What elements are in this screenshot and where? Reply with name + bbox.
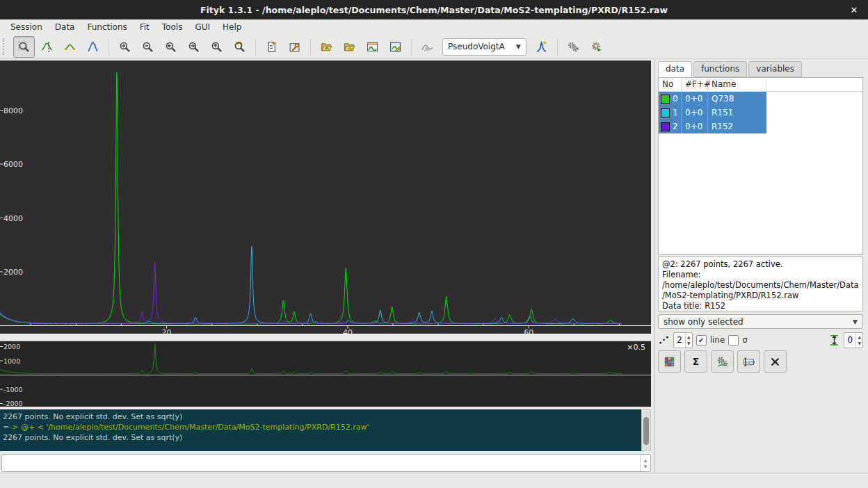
shift-spinner[interactable]: 0 ▲▼ <box>844 332 863 348</box>
toolbar-button-zoom-prev[interactable] <box>160 36 182 58</box>
run-script-glyph <box>590 41 602 53</box>
transform-button[interactable] <box>711 350 734 373</box>
tick-label: 4000 <box>3 214 23 223</box>
menu-fit[interactable]: Fit <box>134 20 156 34</box>
toolbar-button-zoom-in[interactable] <box>114 36 136 58</box>
delete-glyph <box>769 356 781 368</box>
image-export-glyph <box>389 41 401 53</box>
dataset-color-swatch[interactable] <box>661 122 670 131</box>
toolbar-group <box>111 36 254 58</box>
toolbar-separator <box>310 38 311 55</box>
toolbar-separator <box>255 38 256 55</box>
table-row[interactable]: 1 0+0 R151 <box>659 106 862 120</box>
rename-button[interactable]: nam <box>737 350 760 373</box>
output-console[interactable]: 2267 points. No explicit std. dev. Set a… <box>0 409 641 451</box>
menu-data[interactable]: Data <box>49 20 81 34</box>
menu-session[interactable]: Session <box>4 20 49 34</box>
toolbar-button-run-script[interactable] <box>586 36 607 58</box>
dataset-colors-button[interactable] <box>658 350 681 373</box>
tab-functions[interactable]: functions <box>693 61 747 77</box>
toolbar-button-zoom-next[interactable] <box>183 36 204 58</box>
point-size-icon-glyph <box>658 334 670 346</box>
toolbar-button-plot-export[interactable] <box>362 36 383 58</box>
tick-label: -1000 <box>3 386 23 393</box>
column-header-no[interactable]: No <box>659 78 682 91</box>
toolbar-button-zoom-out[interactable] <box>137 36 159 58</box>
toolbar-button-image-export[interactable] <box>385 36 406 58</box>
toolbar-grip[interactable] <box>3 38 8 55</box>
trace-aux-trace <box>0 344 622 374</box>
data-load-glyph <box>321 41 332 53</box>
fit-vertically-icon[interactable] <box>828 334 840 346</box>
console-scrollbar-thumb[interactable] <box>643 417 649 445</box>
point-size-spinner[interactable]: 2 ▲▼ <box>673 332 693 348</box>
tick-label: 40 <box>343 328 353 334</box>
plot-splitter[interactable] <box>0 334 651 341</box>
line-checkbox[interactable]: ✔ <box>696 335 707 345</box>
point-size-icon <box>658 334 670 346</box>
row-selection: 0 0+0 Q738 <box>659 92 766 106</box>
toolbar-separator <box>557 38 558 55</box>
close-button[interactable]: ✕ <box>844 0 864 19</box>
dataset-functions-count: 0+0 <box>682 106 708 120</box>
console-scrollbar[interactable] <box>641 409 651 451</box>
toolbar-separator <box>411 38 412 55</box>
zoom-mode-glyph <box>18 41 30 53</box>
tab-data[interactable]: data <box>658 61 692 77</box>
menu-help[interactable]: Help <box>216 20 248 34</box>
toolbar-button-execute-commands[interactable] <box>563 36 584 58</box>
column-header-functions[interactable]: #F+# <box>682 78 708 91</box>
toolbar-button-peak-draw-mode[interactable] <box>82 36 104 58</box>
command-input[interactable] <box>2 455 640 471</box>
dataset-name: R152 <box>708 120 766 133</box>
row-selection: 2 0+0 R152 <box>659 120 766 133</box>
toolbar-button-data-load[interactable] <box>316 36 337 58</box>
table-row[interactable]: 2 0+0 R152 <box>659 120 862 133</box>
chevron-down-icon: ▼ <box>853 318 858 325</box>
main-plot-area[interactable]: 2000400060008000204060 <box>0 60 651 334</box>
title-bar[interactable]: Fityk 1.3.1 - /home/aleplo/test/Document… <box>0 0 868 19</box>
toolbar-button-baseline-mode[interactable] <box>59 36 81 58</box>
svg-text:nam: nam <box>744 359 755 365</box>
toolbar-button-session-settings[interactable] <box>284 36 305 58</box>
toolbar-button-fit-run[interactable] <box>417 36 438 58</box>
main-plot-canvas[interactable]: 2000400060008000204060 <box>0 60 651 334</box>
toolbar-button-zoom-mode[interactable] <box>13 36 35 58</box>
delete-button[interactable] <box>764 350 787 373</box>
command-history-spinner[interactable]: ▲▼ <box>640 455 650 471</box>
column-header-name[interactable]: Name <box>708 78 766 91</box>
table-row[interactable]: 0 0+0 Q738 <box>659 92 862 106</box>
sum-button[interactable]: Σ <box>684 350 707 373</box>
dataset-color-swatch[interactable] <box>661 108 670 117</box>
sidebar-tabs: datafunctionsvariables <box>658 61 803 77</box>
zoom-in-glyph <box>119 41 131 53</box>
menu-tools[interactable]: Tools <box>156 20 189 34</box>
toolbar-fit-group: PseudoVoigtA ▼ <box>413 36 556 58</box>
zoom-undo-glyph <box>234 41 246 53</box>
show-filter-dropdown[interactable]: show only selected ▼ <box>658 314 863 329</box>
auxiliary-plot-canvas[interactable]: 20001000-1000-2000×0.5 <box>0 341 651 407</box>
execute-commands-glyph <box>568 41 579 53</box>
toolbar-button-range-mode[interactable] <box>36 36 58 58</box>
tick-label: 60 <box>524 328 533 334</box>
toolbar-button-zoom-vertical[interactable] <box>206 36 227 58</box>
auxiliary-plot-area[interactable]: 20001000-1000-2000×0.5 <box>0 341 651 407</box>
toolbar-button-script-editor[interactable] <box>261 36 282 58</box>
sum-glyph: Σ <box>690 356 702 368</box>
toolbar-button-add-peak[interactable] <box>531 36 552 58</box>
dataset-list-header: No #F+# Name <box>659 78 862 92</box>
range-mode-glyph <box>41 41 53 53</box>
dataset-list[interactable]: No #F+# Name 0 0+0 Q738 1 0+0 R151 2 0+0… <box>658 77 863 255</box>
peak-type-dropdown[interactable]: PseudoVoigtA ▼ <box>442 38 527 56</box>
chevron-down-icon: ▼ <box>516 43 521 50</box>
tick-label: 2000 <box>3 343 20 350</box>
toolbar-button-data-load-custom[interactable] <box>339 36 360 58</box>
tab-variables[interactable]: variables <box>748 61 802 77</box>
sigma-checkbox[interactable] <box>728 335 739 345</box>
dataset-color-swatch[interactable] <box>661 95 670 104</box>
menu-functions[interactable]: Functions <box>81 20 133 34</box>
zoom-out-glyph <box>142 41 154 53</box>
toolbar-button-zoom-undo[interactable] <box>229 36 250 58</box>
menu-gui[interactable]: GUI <box>188 20 216 34</box>
fit-vertically-icon-glyph <box>828 334 840 346</box>
